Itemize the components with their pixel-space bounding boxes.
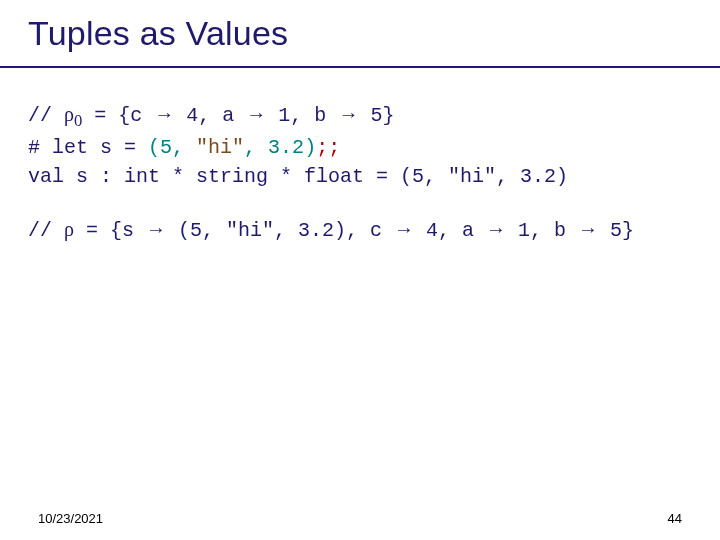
slide-title: Tuples as Values xyxy=(28,14,288,53)
footer-page-number: 44 xyxy=(668,511,682,526)
text: 1, b xyxy=(266,104,338,127)
text: (5, "hi", 3.2), c xyxy=(166,219,394,242)
arrow-icon: → xyxy=(578,218,598,240)
rho-symbol: ρ xyxy=(64,103,74,125)
arrow-icon: → xyxy=(246,103,266,125)
paren: ( xyxy=(148,136,160,159)
text: = {c xyxy=(82,104,154,127)
code-line-4: // ρ = {s → (5, "hi", 3.2), c → 4, a → 1… xyxy=(28,215,692,245)
text: // xyxy=(28,104,64,127)
string: "hi" xyxy=(196,136,244,159)
title-underline xyxy=(0,66,720,68)
slide: Tuples as Values // ρ0 = {c → 4, a → 1, … xyxy=(0,0,720,540)
text: 4, a xyxy=(414,219,486,242)
arrow-icon: → xyxy=(146,218,166,240)
arrow-icon: → xyxy=(338,103,358,125)
paren: ) xyxy=(304,136,316,159)
rho-symbol: ρ xyxy=(64,218,74,240)
text: 5} xyxy=(358,104,394,127)
code-line-1: // ρ0 = {c → 4, a → 1, b → 5} xyxy=(28,100,692,133)
footer-date: 10/23/2021 xyxy=(38,511,103,526)
comma: , xyxy=(172,136,196,159)
text: # let s = xyxy=(28,136,148,159)
number: 3.2 xyxy=(268,136,304,159)
arrow-icon: → xyxy=(486,218,506,240)
text: 1, b xyxy=(506,219,578,242)
text: 4, a xyxy=(174,104,246,127)
text: 5} xyxy=(598,219,634,242)
terminator: ;; xyxy=(316,136,340,159)
slide-body: // ρ0 = {c → 4, a → 1, b → 5} # let s = … xyxy=(28,100,692,245)
arrow-icon: → xyxy=(154,103,174,125)
comma: , xyxy=(244,136,268,159)
text: // xyxy=(28,219,64,242)
code-line-3: val s : int * string * float = (5, "hi",… xyxy=(28,162,692,191)
number: 5 xyxy=(160,136,172,159)
text: = {s xyxy=(74,219,146,242)
arrow-icon: → xyxy=(394,218,414,240)
code-line-2: # let s = (5, "hi", 3.2);; xyxy=(28,133,692,162)
